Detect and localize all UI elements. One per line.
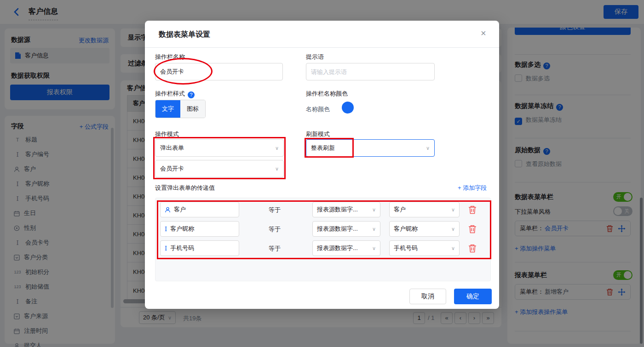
modal-title: 数据表菜单设置 [159, 30, 210, 40]
equals-label: 等于 [269, 225, 281, 233]
style-option-icon[interactable]: 图标 [180, 100, 205, 118]
trash-icon[interactable] [468, 205, 477, 214]
refresh-mode-select[interactable]: 整表刷新 ∨ [306, 139, 435, 157]
style-segmented-control: 文字 图标 [155, 100, 206, 118]
chevron-down-icon: ∨ [451, 226, 455, 232]
chevron-down-icon: ∨ [275, 166, 279, 172]
tip-input[interactable] [306, 63, 435, 80]
chevron-down-icon: ∨ [451, 207, 455, 213]
pass-field-nickname[interactable]: I 客户昵称 [160, 221, 239, 237]
select-value: 客户 [394, 205, 406, 214]
equals-label: 等于 [269, 245, 281, 253]
add-field-link[interactable]: + 添加字段 [458, 184, 487, 192]
pass-field-phone[interactable]: I 手机号码 [160, 240, 239, 256]
person-icon [165, 207, 171, 213]
help-icon[interactable]: ? [188, 91, 195, 98]
table-menu-settings-modal: 数据表菜单设置 × 操作栏名称 提示语 操作栏样式? 文字 图标 操作栏名称颜色… [145, 21, 499, 309]
name-color-section-label: 操作栏名称颜色 [306, 90, 348, 98]
color-swatch[interactable] [342, 102, 354, 114]
pass-target-select[interactable]: 手机号码∨ [389, 240, 460, 256]
action-form-select[interactable]: 会员开卡 ∨ [155, 160, 284, 177]
label-text: 操作栏样式 [155, 90, 185, 97]
select-value: 报表源数据字... [317, 225, 358, 233]
pass-source-select[interactable]: 报表源数据字...∨ [312, 202, 380, 217]
pass-field-customer[interactable]: 客户 [160, 202, 239, 217]
trash-icon[interactable] [468, 244, 477, 253]
style-option-text[interactable]: 文字 [155, 100, 180, 118]
pass-target-select[interactable]: 客户昵称∨ [389, 221, 460, 237]
trash-icon[interactable] [468, 224, 477, 233]
name-color-label: 名称颜色 [306, 105, 330, 114]
pass-field-label: 客户昵称 [170, 225, 194, 233]
pass-values-label: 设置弹出表单的传递值 [155, 184, 215, 192]
ok-button[interactable]: 确定 [454, 289, 492, 304]
chevron-down-icon: ∨ [372, 226, 376, 232]
select-value: 报表源数据字... [317, 205, 358, 214]
select-value: 整表刷新 [311, 144, 335, 152]
cancel-button[interactable]: 取消 [409, 289, 446, 304]
equals-label: 等于 [269, 206, 281, 214]
chevron-down-icon: ∨ [372, 245, 376, 251]
pass-field-label: 客户 [174, 205, 186, 214]
text-field-icon: I [165, 245, 167, 252]
pass-field-label: 手机号码 [170, 244, 194, 252]
select-value: 客户昵称 [394, 225, 418, 233]
text-field-icon: I [165, 226, 167, 233]
tip-label: 提示语 [306, 53, 324, 61]
close-icon[interactable]: × [481, 28, 486, 39]
action-bar-style-label: 操作栏样式? [155, 90, 195, 98]
pass-source-select[interactable]: 报表源数据字...∨ [312, 221, 380, 237]
action-mode-label: 操作模式 [155, 130, 179, 138]
action-mode-select[interactable]: 弹出表单 ∨ [155, 139, 284, 157]
chevron-down-icon: ∨ [451, 245, 455, 251]
pass-target-select[interactable]: 客户∨ [389, 202, 460, 217]
chevron-down-icon: ∨ [275, 145, 279, 151]
select-value: 弹出表单 [160, 144, 184, 152]
chevron-down-icon: ∨ [426, 145, 430, 151]
pass-values-panel: 客户 等于 报表源数据字...∨ 客户∨ I 客户昵称 等于 报表源数据字...… [155, 198, 491, 281]
select-value: 报表源数据字... [317, 244, 358, 252]
select-value: 手机号码 [394, 244, 418, 252]
select-value: 会员开卡 [160, 165, 184, 173]
action-bar-name-label: 操作栏名称 [155, 53, 185, 61]
refresh-mode-label: 刷新模式 [306, 130, 330, 138]
action-bar-name-input[interactable] [155, 63, 283, 80]
screen: 客户信息 保存 数据源 更改数据源 客户信息 数据获取权限 报表权限 字段 + … [0, 0, 644, 347]
pass-source-select[interactable]: 报表源数据字...∨ [312, 240, 380, 256]
chevron-down-icon: ∨ [372, 207, 376, 213]
